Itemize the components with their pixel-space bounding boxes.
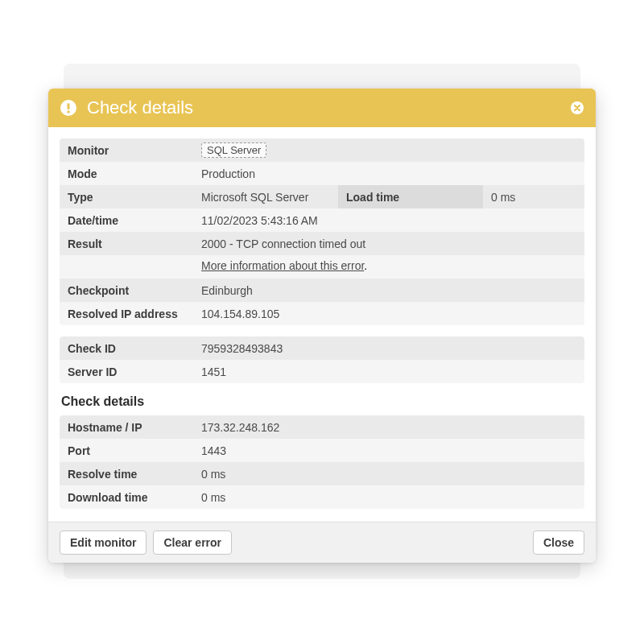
table-row: Result 2000 - TCP connection timed out — [60, 232, 584, 255]
details-table: Hostname / IP 173.32.248.162 Port 1443 R… — [60, 415, 584, 509]
resolvedip-value: 104.154.89.105 — [193, 302, 584, 325]
checkpoint-value: Edinburgh — [193, 279, 584, 302]
svg-rect-1 — [68, 103, 70, 109]
resolvetime-label: Resolve time — [60, 462, 193, 485]
table-row: Type Microsoft SQL Server Load time 0 ms — [60, 185, 584, 208]
checkpoint-label: Checkpoint — [60, 279, 193, 302]
table-row: Server ID 1451 — [60, 360, 584, 383]
resolvetime-value: 0 ms — [193, 462, 584, 485]
downloadtime-label: Download time — [60, 485, 193, 509]
mode-value: Production — [193, 162, 584, 185]
alert-icon — [60, 99, 77, 117]
port-value: 1443 — [193, 439, 584, 462]
mode-label: Mode — [60, 162, 193, 185]
table-row: Port 1443 — [60, 439, 584, 462]
datetime-label: Date/time — [60, 208, 193, 232]
serverid-value: 1451 — [193, 360, 584, 383]
loadtime-value: 0 ms — [483, 185, 580, 208]
table-row: Hostname / IP 173.32.248.162 — [60, 415, 584, 439]
downloadtime-value: 0 ms — [193, 485, 584, 509]
type-label: Type — [60, 185, 193, 208]
table-row: Mode Production — [60, 162, 584, 185]
details-heading: Check details — [61, 394, 584, 409]
monitor-chip[interactable]: SQL Server — [201, 142, 266, 158]
result-more-info-row: More information about this error. — [60, 255, 584, 279]
close-button[interactable]: Close — [533, 530, 584, 555]
more-info-link[interactable]: More information about this error — [201, 259, 364, 272]
table-row: Download time 0 ms — [60, 485, 584, 509]
monitor-value: SQL Server — [193, 138, 584, 162]
result-value: 2000 - TCP connection timed out — [193, 232, 584, 255]
checkid-label: Check ID — [60, 336, 193, 360]
clear-error-button[interactable]: Clear error — [153, 530, 232, 555]
dialog-title: Check details — [87, 97, 570, 118]
loadtime-label: Load time — [338, 185, 483, 208]
summary-table: Monitor SQL Server Mode Production Type … — [60, 138, 584, 325]
type-value: Microsoft SQL Server — [193, 185, 338, 208]
table-row: Resolve time 0 ms — [60, 462, 584, 485]
dialog-body: Monitor SQL Server Mode Production Type … — [48, 127, 596, 522]
ids-table: Check ID 7959328493843 Server ID 1451 — [60, 336, 584, 383]
edit-monitor-button[interactable]: Edit monitor — [60, 530, 147, 555]
checkid-value: 7959328493843 — [193, 336, 584, 360]
datetime-value: 11/02/2023 5:43:16 AM — [193, 208, 584, 232]
port-label: Port — [60, 439, 193, 462]
dialog-footer: Edit monitor Clear error Close — [48, 522, 596, 563]
table-row: Resolved IP address 104.154.89.105 — [60, 302, 584, 325]
table-row: Date/time 11/02/2023 5:43:16 AM — [60, 208, 584, 232]
svg-point-2 — [67, 110, 69, 113]
footer-spacer — [238, 530, 526, 555]
hostname-label: Hostname / IP — [60, 415, 193, 439]
result-label: Result — [60, 232, 193, 255]
table-row: Check ID 7959328493843 — [60, 336, 584, 360]
table-row: Monitor SQL Server — [60, 138, 584, 162]
table-row: Checkpoint Edinburgh — [60, 279, 584, 302]
dialog-header: Check details — [48, 89, 596, 127]
resolvedip-label: Resolved IP address — [60, 302, 193, 325]
serverid-label: Server ID — [60, 360, 193, 383]
hostname-value: 173.32.248.162 — [193, 415, 584, 439]
monitor-label: Monitor — [60, 138, 193, 162]
check-details-dialog: Check details Monitor SQL Server Mode Pr… — [48, 89, 596, 563]
close-icon[interactable] — [570, 101, 584, 115]
